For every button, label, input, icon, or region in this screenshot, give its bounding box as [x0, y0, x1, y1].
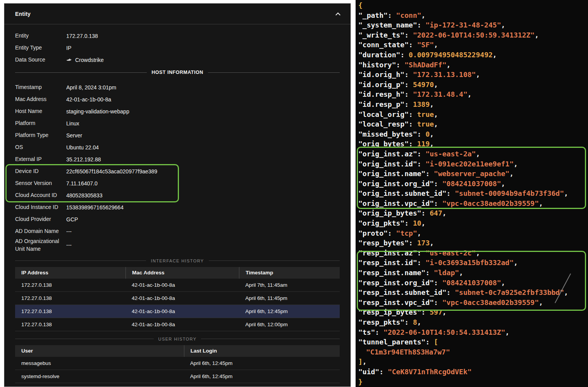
- table-row[interactable]: messagebusApril 6th, 12:45pm: [15, 357, 340, 370]
- field-label: OS: [15, 143, 66, 151]
- field-label: Device ID: [15, 167, 66, 175]
- table-cell: April 6th, 12:45pm: [184, 373, 340, 379]
- json-line: "proto": "tcp",: [358, 228, 588, 238]
- collapse-chevron-icon[interactable]: [335, 12, 340, 17]
- column-header: IP Address: [15, 267, 126, 279]
- json-line: }: [358, 377, 588, 387]
- table-cell: 42-01-ac-1b-00-8a: [126, 308, 239, 314]
- field-value-text: Crowdstrike: [75, 57, 104, 63]
- json-line: "orig_bytes": 119,: [358, 139, 588, 149]
- divider-line: [209, 260, 340, 261]
- field-row: Cloud Account ID480528305833: [15, 189, 340, 201]
- table-row[interactable]: 172.27.0.13842-01-ac-1b-00-8aApril 7th, …: [15, 279, 340, 292]
- json-line: "resp_ip_bytes": 597,: [358, 307, 588, 317]
- field-row: Cloud Instance ID1538398967165629664: [15, 201, 340, 213]
- field-label: AD Organizational Unit Name: [15, 237, 66, 253]
- field-value-text: ---: [66, 228, 72, 235]
- section-title-interface-history: INTERFACE HISTORY: [151, 259, 204, 263]
- json-line: "resp_inst.org_id": "084241037008",: [358, 278, 588, 288]
- field-value-text: staging-validation-webapp: [66, 108, 129, 115]
- field-row: TimestampApril 8, 2024 3:01pm: [15, 81, 340, 93]
- divider-line: [15, 260, 146, 261]
- field-label: Cloud Provider: [15, 215, 66, 223]
- json-line: "orig_inst.id": "i-091ec202e11ee9ef1",: [358, 159, 588, 169]
- json-line: "orig_ip_bytes": 647,: [358, 208, 588, 218]
- field-value: GCP: [66, 216, 78, 223]
- table-cell: systemd-resolve: [15, 373, 184, 379]
- field-row: Data SourceCrowdstrike: [15, 54, 340, 66]
- interface-history-table: IP AddressMac AddressTimestamp172.27.0.1…: [15, 267, 340, 331]
- field-value-text: 480528305833: [66, 192, 102, 199]
- json-line: "id.resp_p": 1389,: [358, 99, 588, 110]
- field-row: OSUbuntu 22.04: [15, 141, 340, 153]
- json-line: "C1m3r94ETh8S3Ha7w7": [358, 347, 588, 357]
- table-row[interactable]: systemd-resolveApril 6th, 12:45pm: [15, 370, 340, 383]
- field-row: Sensor Version7.11.16407.0: [15, 177, 340, 189]
- column-header: Timestamp: [239, 267, 340, 279]
- field-value: April 8, 2024 3:01pm: [66, 84, 116, 91]
- field-value: 480528305833: [66, 192, 102, 199]
- table-row[interactable]: 172.27.0.13842-01-ac-1b-00-8aApril 6th, …: [15, 292, 340, 305]
- field-label: Data Source: [15, 56, 66, 63]
- field-label: Platform: [15, 119, 66, 127]
- table-cell: 42-01-ac-1b-00-8a: [126, 322, 239, 327]
- table-row[interactable]: 172.27.0.13842-01-ac-1b-00-8aApril 6th, …: [15, 318, 340, 331]
- table-row[interactable]: 172.27.0.13842-01-ac-1b-00-8aApril 6th, …: [15, 305, 340, 318]
- field-value-text: ---: [66, 242, 72, 248]
- column-header: Mac Address: [126, 267, 239, 279]
- divider-line: [15, 72, 147, 73]
- field-row: Device ID22cf65067f184c53aca020977f9ae38…: [15, 165, 340, 177]
- json-line: "id.orig_h": "172.31.13.108",: [358, 70, 588, 80]
- json-line: "orig_inst.org_id": "084241037008",: [358, 179, 588, 189]
- crowdstrike-icon: [66, 57, 72, 62]
- json-line: "resp_pkts": 8,: [358, 317, 588, 327]
- field-label: Sensor Version: [15, 179, 66, 187]
- table-cell: April 7th, 11:45am: [239, 282, 340, 288]
- json-line: "_write_ts": "2022-06-10T14:50:59.341312…: [358, 30, 588, 40]
- json-line: "resp_inst.id": "i-0c3693a15bfb332ad",: [358, 258, 588, 268]
- field-value-text: GCP: [66, 216, 78, 223]
- field-row: Platform TypeServer: [15, 129, 340, 141]
- section-title-host-information: HOST INFORMATION: [151, 70, 203, 75]
- field-value: ---: [66, 228, 72, 235]
- field-value-text: 22cf65067f184c53aca020977f9ae389: [66, 168, 157, 175]
- field-value: 7.11.16407.0: [66, 180, 98, 187]
- field-value-text: Linux: [66, 120, 79, 127]
- json-line: "local_resp": true,: [358, 119, 588, 129]
- field-label: Mac Address: [15, 95, 66, 103]
- field-row: Entity172.27.0.138: [15, 30, 340, 42]
- table-cell: 172.27.0.138: [15, 282, 126, 288]
- field-value: 35.212.192.88: [66, 156, 101, 163]
- field-label: Platform Type: [15, 131, 66, 139]
- json-line: "_system_name": "ip-172-31-48-245",: [358, 20, 588, 30]
- table-cell: 42-01-ac-1b-00-8a: [126, 295, 239, 301]
- table-cell: April 6th, 12:00pm: [239, 322, 340, 327]
- field-row: AD Organizational Unit Name---: [15, 237, 340, 253]
- entity-panel-header: Entity: [4, 3, 351, 24]
- json-line: "ts": "2022-06-10T14:50:54.331413Z",: [358, 327, 588, 337]
- section-title-user-history: USER HISTORY: [158, 337, 197, 341]
- field-value-text: 7.11.16407.0: [66, 180, 98, 187]
- table-header-row: IP AddressMac AddressTimestamp: [15, 267, 340, 279]
- field-value-text: 172.27.0.138: [66, 33, 98, 39]
- field-value: IP: [66, 45, 71, 51]
- entity-summary-fields: Entity172.27.0.138Entity TypeIPData Sour…: [4, 24, 351, 66]
- field-value-text: Ubuntu 22.04: [66, 144, 99, 151]
- json-line: "resp_inst.az": "us-east-2c",: [358, 248, 588, 258]
- host-information-divider: HOST INFORMATION: [15, 70, 340, 75]
- user-history-table: UserLast LoginmessagebusApril 6th, 12:45…: [15, 345, 340, 383]
- field-label: Cloud Account ID: [15, 191, 66, 199]
- column-header: Last Login: [184, 345, 340, 357]
- json-line: "id.orig_p": 54970,: [358, 80, 588, 90]
- divider-line: [15, 339, 154, 339]
- field-value: Linux: [66, 120, 79, 127]
- field-value: staging-validation-webapp: [66, 108, 129, 115]
- table-cell: 172.27.0.138: [15, 295, 126, 301]
- divider-line: [201, 339, 340, 339]
- field-value: ---: [66, 242, 72, 248]
- user-history-divider: USER HISTORY: [15, 337, 340, 341]
- field-value-text: 42-01-ac-1b-00-8a: [66, 96, 111, 103]
- table-cell: 172.27.0.138: [15, 322, 126, 327]
- field-value-text: IP: [66, 45, 71, 51]
- table-header-row: UserLast Login: [15, 345, 340, 357]
